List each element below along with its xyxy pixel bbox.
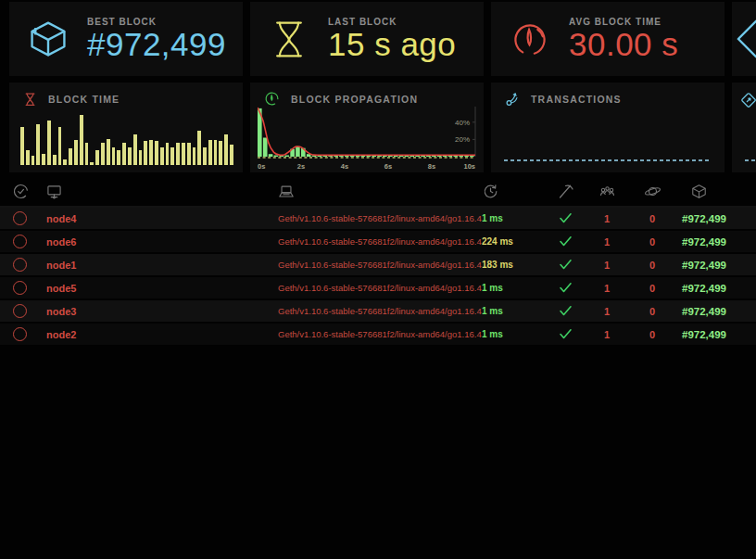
tag-icon [739, 91, 756, 109]
node-name: node6 [41, 236, 278, 248]
stat-panel-clipped [732, 2, 756, 76]
chart-panel-block-propagation: BLOCK PROPAGATION 20%40%0s2s4s6s8s10s [250, 83, 484, 172]
node-status-ring-icon [13, 258, 27, 272]
check-icon [559, 305, 573, 317]
node-block-number: #972,499 [674, 306, 734, 317]
node-latency: 1 ms [474, 329, 547, 339]
node-latency: 1 ms [474, 306, 547, 316]
node-block-number: #972,499 [674, 213, 734, 224]
node-peers-count: 1 [584, 329, 630, 340]
svg-text:6s: 6s [384, 162, 392, 171]
node-row[interactable]: node4 Geth/v1.10.6-stable-576681f2/linux… [0, 208, 756, 229]
last-block-value: 15 s ago [328, 28, 456, 62]
clipped-zero-line [745, 159, 756, 161]
block-time-title: BLOCK TIME [48, 94, 120, 105]
node-client-version: Geth/v1.10.6-stable-576681f2/linux-amd64… [278, 260, 474, 270]
col-latency [474, 184, 547, 199]
node-client-version: Geth/v1.10.6-stable-576681f2/linux-amd64… [278, 213, 474, 223]
chart-panel-block-time: BLOCK TIME [9, 83, 243, 172]
node-pending-count: 0 [630, 236, 674, 248]
node-mining-status [547, 305, 584, 317]
node-row[interactable]: node1 Geth/v1.10.6-stable-576681f2/linux… [0, 254, 756, 275]
node-mining-status [547, 212, 584, 224]
block-propagation-title: BLOCK PROPAGATION [291, 94, 418, 105]
check-icon [559, 212, 573, 224]
avg-block-time-value: 30.00 s [569, 28, 678, 62]
node-table-body: node4 Geth/v1.10.6-stable-576681f2/linux… [0, 208, 756, 345]
node-latency: 1 ms [474, 283, 547, 293]
svg-text:2s: 2s [297, 162, 305, 171]
col-node-name [41, 184, 278, 199]
planet-icon [644, 184, 662, 198]
node-row[interactable]: node3 Geth/v1.10.6-stable-576681f2/linux… [0, 300, 756, 322]
node-block-number: #972,499 [674, 236, 734, 248]
block-propagation-chart: 20%40%0s2s4s6s8s10s [258, 105, 482, 171]
node-latency: 1 ms [474, 213, 547, 223]
check-icon [559, 328, 573, 340]
node-row[interactable]: node6 Geth/v1.10.6-stable-576681f2/linux… [0, 231, 756, 252]
check-icon [559, 282, 573, 294]
node-name: node5 [41, 283, 278, 294]
node-pending-count: 0 [630, 329, 674, 340]
node-name: node2 [41, 329, 278, 340]
best-block-label: BEST BLOCK [87, 17, 226, 27]
check-icon [559, 235, 573, 248]
node-block-number: #972,499 [674, 329, 734, 340]
node-latency: 183 ms [474, 260, 547, 270]
node-table-header [0, 177, 756, 208]
chart-panel-clipped [732, 83, 756, 172]
cube-icon [28, 18, 69, 60]
charts-row: BLOCK TIME BLOCK PROPAGATION 20%40%0s2s4… [0, 76, 756, 172]
node-name: node1 [41, 260, 278, 271]
node-status [0, 235, 41, 248]
pickaxe-icon [557, 184, 573, 199]
transactions-zero-line [504, 159, 712, 161]
transactions-title: TRANSACTIONS [531, 94, 622, 105]
stat-panel-avg-block-time: AVG BLOCK TIME 30.00 s [491, 2, 724, 76]
node-row[interactable]: node5 Geth/v1.10.6-stable-576681f2/linux… [0, 277, 756, 299]
node-status [0, 211, 41, 225]
col-block [674, 184, 734, 199]
svg-text:10s: 10s [463, 162, 475, 171]
node-client-version: Geth/v1.10.6-stable-576681f2/linux-amd64… [278, 283, 474, 293]
node-peers-count: 1 [584, 260, 630, 271]
col-status [0, 184, 41, 199]
status-circle-check-icon [13, 184, 29, 199]
svg-text:4s: 4s [341, 162, 348, 171]
node-pending-count: 0 [630, 213, 674, 224]
node-pending-count: 0 [630, 306, 674, 317]
monitor-icon [46, 184, 62, 199]
peers-icon [598, 184, 616, 198]
node-client-version: Geth/v1.10.6-stable-576681f2/linux-amd64… [278, 236, 474, 247]
svg-text:40%: 40% [455, 119, 470, 127]
hourglass-icon [269, 17, 309, 61]
col-pending [630, 184, 674, 198]
node-status [0, 281, 41, 295]
ethstats-dashboard: BEST BLOCK #972,499 LAST BLOCK 15 s ago [0, 0, 756, 559]
node-pending-count: 0 [630, 260, 674, 271]
node-status-ring-icon [13, 327, 27, 341]
node-latency: 224 ms [474, 236, 547, 247]
node-client-version: Geth/v1.10.6-stable-576681f2/linux-amd64… [278, 329, 474, 339]
node-mining-status [547, 282, 584, 294]
node-row[interactable]: node2 Geth/v1.10.6-stable-576681f2/linux… [0, 324, 756, 345]
node-mining-status [547, 328, 584, 340]
node-status [0, 327, 41, 341]
node-status [0, 304, 41, 318]
block-time-chart [20, 115, 233, 165]
node-pending-count: 0 [630, 283, 674, 294]
node-name: node3 [41, 306, 278, 317]
avg-block-time-label: AVG BLOCK TIME [569, 17, 678, 27]
stats-row: BEST BLOCK #972,499 LAST BLOCK 15 s ago [0, 0, 756, 76]
hourglass-icon [23, 91, 37, 108]
stat-panel-best-block: BEST BLOCK #972,499 [9, 2, 243, 76]
svg-text:8s: 8s [428, 162, 435, 171]
node-status-ring-icon [13, 304, 27, 318]
node-block-number: #972,499 [674, 260, 734, 271]
node-peers-count: 1 [584, 306, 630, 317]
block-cube-icon [691, 184, 707, 199]
node-name: node4 [41, 213, 278, 224]
col-client [278, 184, 474, 199]
best-block-value: #972,499 [87, 28, 226, 62]
stat-panel-last-block: LAST BLOCK 15 s ago [250, 2, 484, 76]
